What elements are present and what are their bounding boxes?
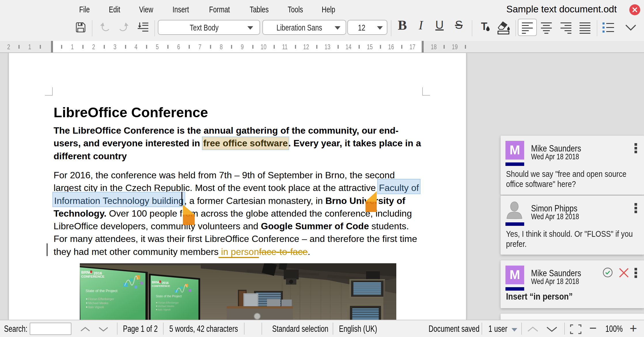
svg-text:2016: 2016	[162, 281, 169, 285]
svg-text:Italo Vignoli: Italo Vignoli	[158, 308, 171, 311]
svg-text:CONFERENCE: CONFERENCE	[81, 275, 105, 278]
svg-text:Michael Meeks: Michael Meeks	[158, 305, 174, 308]
svg-text:Michael Meeks: Michael Meeks	[88, 301, 108, 305]
svg-text:State of the Project: State of the Project	[86, 289, 118, 293]
svg-text:Italo Vignoli: Italo Vignoli	[88, 305, 104, 309]
svg-text:State of the Project: State of the Project	[156, 294, 181, 298]
svg-text:Florian Effenberger: Florian Effenberger	[88, 297, 114, 301]
svg-text:Florian Effenberger: Florian Effenberger	[158, 301, 179, 304]
svg-text:T: T	[481, 21, 487, 32]
svg-text:CONFERENCE: CONFERENCE	[152, 285, 170, 287]
